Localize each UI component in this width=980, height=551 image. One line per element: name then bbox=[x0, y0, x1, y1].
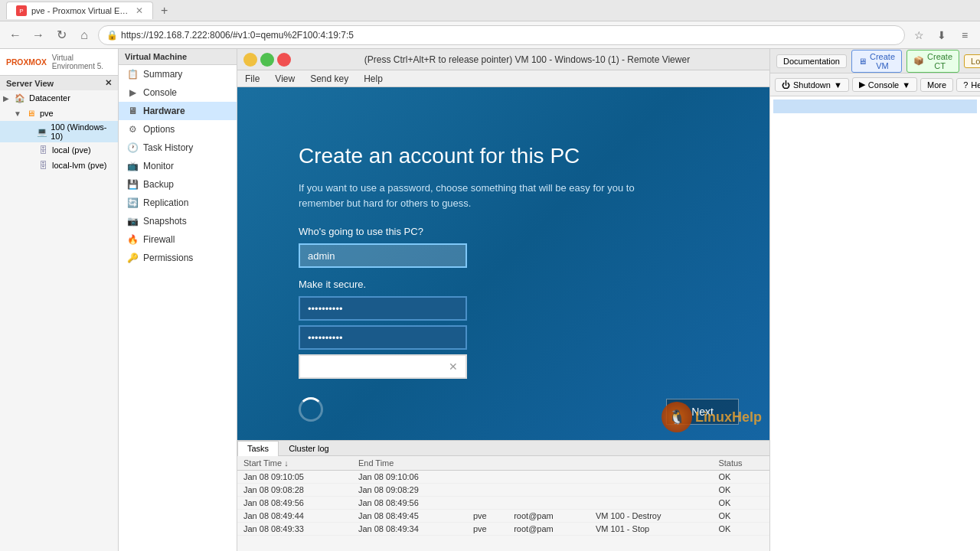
win-password-input[interactable] bbox=[299, 296, 467, 321]
rv-menu-view[interactable]: View bbox=[267, 72, 302, 86]
vm-menu-label-task-history: Task History bbox=[143, 142, 193, 153]
win-username-input[interactable] bbox=[299, 243, 467, 268]
linuxhelp-circle-icon: 🐧 bbox=[662, 402, 692, 432]
windows-setup: Create an account for this PC If you wan… bbox=[299, 144, 681, 383]
tree-item-storage1[interactable]: 🗄 local (pve) bbox=[0, 142, 118, 158]
bottom-panel: Tasks Cluster log Start Time ↓ End Time bbox=[237, 440, 769, 551]
vm-menu-item-permissions[interactable]: 🔑 Permissions bbox=[119, 249, 237, 267]
win-setup-description: If you want to use a password, choose so… bbox=[299, 181, 681, 210]
win-confirm-password-input[interactable] bbox=[299, 325, 467, 350]
console-toolbar-button[interactable]: ▶ Console ▼ bbox=[852, 77, 917, 92]
forward-button[interactable]: → bbox=[29, 26, 47, 44]
firewall-icon: 🔥 bbox=[126, 233, 139, 246]
rv-close-button[interactable] bbox=[277, 53, 291, 67]
create-vm-icon: 🖥 bbox=[858, 57, 867, 66]
svg-text:PROXMOX: PROXMOX bbox=[6, 58, 47, 67]
replication-icon: 🔄 bbox=[126, 197, 139, 209]
win-hint-clear-button[interactable]: ✕ bbox=[449, 360, 458, 373]
remote-viewer-menu: File View Send key Help bbox=[237, 70, 769, 87]
col-node[interactable] bbox=[467, 456, 508, 471]
tab-close-button[interactable]: ✕ bbox=[136, 5, 143, 16]
bottom-tab-tasks[interactable]: Tasks bbox=[237, 441, 279, 456]
console-dropdown-icon: ▼ bbox=[902, 80, 910, 90]
cell-user bbox=[508, 497, 590, 510]
proxmox-vm-toolbar: ⏻ Shutdown ▼ ▶ Console ▼ More ? Help bbox=[770, 73, 980, 96]
col-end-time[interactable]: End Time bbox=[352, 456, 467, 471]
rv-minimize-button[interactable] bbox=[243, 53, 257, 67]
tree-item-storage2[interactable]: 🗄 local-lvm (pve) bbox=[0, 158, 118, 173]
vm-menu-item-snapshots[interactable]: 📷 Snapshots bbox=[119, 212, 237, 230]
backup-icon: 💾 bbox=[126, 178, 139, 191]
server-icon: 🖥 bbox=[24, 107, 37, 119]
cell-end-time: Jan 08 09:10:06 bbox=[352, 471, 467, 484]
vm-menu-item-summary[interactable]: 📋 Summary bbox=[119, 65, 237, 83]
tasks-tab-label: Tasks bbox=[247, 444, 269, 453]
server-view-label: Server View ✕ bbox=[0, 76, 118, 90]
vm-menu-item-replication[interactable]: 🔄 Replication bbox=[119, 194, 237, 212]
col-description[interactable] bbox=[590, 456, 713, 471]
tree-item-vm[interactable]: 💻 100 (Windows-10) bbox=[0, 121, 118, 142]
cell-description bbox=[590, 497, 713, 510]
tree-label-pve: pve bbox=[40, 109, 54, 118]
menu-button[interactable]: ≡ bbox=[956, 26, 974, 44]
vm-menu-item-console[interactable]: ▶ Console bbox=[119, 83, 237, 102]
vm-menu-item-firewall[interactable]: 🔥 Firewall bbox=[119, 230, 237, 249]
cell-end-time: Jan 08 09:08:29 bbox=[352, 484, 467, 497]
documentation-button[interactable]: Documentation bbox=[776, 54, 847, 68]
cell-end-time: Jan 08 08:49:45 bbox=[352, 510, 467, 523]
col-status[interactable]: Status bbox=[712, 456, 769, 471]
rv-menu-sendkey[interactable]: Send key bbox=[302, 72, 356, 86]
monitor-icon: 📺 bbox=[126, 160, 139, 172]
bookmarks-button[interactable]: ☆ bbox=[910, 26, 928, 44]
remote-viewer-titlebar: (Press Ctrl+Alt+R to release pointer) VM… bbox=[237, 49, 769, 70]
vm-menu-item-monitor[interactable]: 📺 Monitor bbox=[119, 157, 237, 175]
proxmox-right-panel: Documentation 🖥 Create VM 📦 Create CT Lo… bbox=[769, 49, 980, 551]
vm-menu-item-hardware[interactable]: 🖥 Hardware bbox=[119, 102, 237, 120]
right-highlight-bar bbox=[773, 99, 977, 113]
shutdown-label: Shutdown bbox=[793, 80, 831, 90]
col-user[interactable] bbox=[508, 456, 590, 471]
permissions-icon: 🔑 bbox=[126, 252, 139, 264]
back-button[interactable]: ← bbox=[6, 26, 24, 44]
rv-menu-file[interactable]: File bbox=[237, 72, 267, 86]
new-tab-button[interactable]: + bbox=[158, 4, 171, 18]
url-input[interactable] bbox=[121, 30, 897, 41]
vm-menu-item-backup[interactable]: 💾 Backup bbox=[119, 175, 237, 194]
cell-status: OK bbox=[712, 497, 769, 510]
cell-node: pve bbox=[467, 510, 508, 523]
vm-menu-item-task-history[interactable]: 🕐 Task History bbox=[119, 139, 237, 157]
task-history-icon: 🕐 bbox=[126, 142, 139, 154]
home-button[interactable]: ⌂ bbox=[75, 26, 93, 44]
download-button[interactable]: ⬇ bbox=[933, 26, 951, 44]
bottom-tab-cluster-log[interactable]: Cluster log bbox=[279, 441, 339, 455]
win-hint-input[interactable]: ✕ bbox=[299, 354, 467, 379]
tree-item-pve[interactable]: ▼ 🖥 pve bbox=[0, 106, 118, 121]
cell-end-time: Jan 08 08:49:56 bbox=[352, 497, 467, 510]
more-button[interactable]: More bbox=[920, 78, 953, 92]
help-button[interactable]: ? Help bbox=[956, 78, 980, 92]
col-start-time[interactable]: Start Time ↓ bbox=[237, 456, 352, 471]
rv-menu-help[interactable]: Help bbox=[356, 72, 390, 86]
tree-item-datacenter[interactable]: ▶ 🏠 Datacenter bbox=[0, 90, 118, 106]
logout-button[interactable]: Logout bbox=[964, 54, 980, 68]
tasks-table: Start Time ↓ End Time Status Jan 08 09:1… bbox=[237, 456, 769, 536]
reload-button[interactable]: ↻ bbox=[52, 26, 70, 44]
remote-viewer-content[interactable]: Create an account for this PC If you wan… bbox=[237, 87, 769, 440]
create-ct-button[interactable]: 📦 Create CT bbox=[906, 50, 959, 73]
vm-menu-label-snapshots: Snapshots bbox=[143, 216, 187, 227]
cell-description: VM 101 - Stop bbox=[590, 523, 713, 536]
table-row: Jan 08 09:08:28 Jan 08 09:08:29 OK bbox=[237, 484, 769, 497]
create-ct-label: Create CT bbox=[927, 52, 952, 70]
tree-label-vm: 100 (Windows-10) bbox=[51, 122, 115, 141]
address-bar[interactable]: 🔒 bbox=[98, 25, 905, 45]
vm-menu-label-firewall: Firewall bbox=[143, 234, 175, 245]
cell-end-time: Jan 08 08:49:34 bbox=[352, 523, 467, 536]
help-label: Help bbox=[971, 80, 980, 90]
table-row: Jan 08 08:49:33 Jan 08 08:49:34 pve root… bbox=[237, 523, 769, 536]
create-vm-button[interactable]: 🖥 Create VM bbox=[851, 50, 902, 73]
vm-menu-item-options[interactable]: ⚙ Options bbox=[119, 120, 237, 139]
browser-tab[interactable]: P pve - Proxmox Virtual Environ... ✕ bbox=[6, 2, 153, 19]
cell-status: OK bbox=[712, 484, 769, 497]
rv-maximize-button[interactable] bbox=[260, 53, 274, 67]
shutdown-button[interactable]: ⏻ Shutdown ▼ bbox=[775, 78, 849, 92]
